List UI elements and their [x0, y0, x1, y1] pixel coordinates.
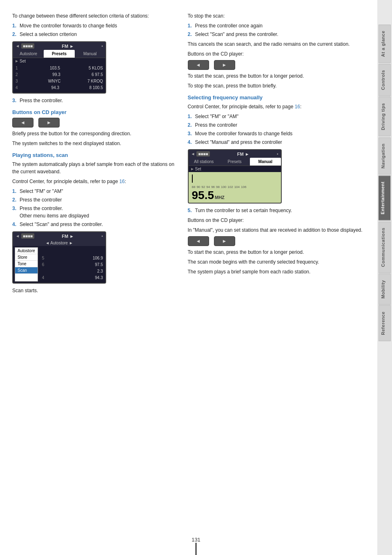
scan-screen-mockup: ◄ ■■■■ FM ► ▪ ◄ Autostore ► Autostore St…: [12, 231, 106, 284]
step3-text: Press the controller.: [20, 98, 63, 103]
left-step3-list: 3. Press the controller.: [12, 97, 176, 104]
scan-station-3: 2.3: [42, 268, 103, 275]
cd-buttons-left: ◄ ►: [12, 118, 176, 128]
screen1-tabs: Autostore Presets Manual: [13, 50, 105, 58]
scan-menu-autostore[interactable]: Autostore: [15, 248, 38, 254]
freq-set-arrow: ▶: [191, 167, 194, 171]
freq-number: 95.5: [192, 190, 214, 201]
scan-menu-tone[interactable]: Tone: [15, 261, 38, 267]
scan-station-list: 5 106.9 6 97.5 2.3 4 94.3: [40, 246, 105, 283]
freq-step3-num: 3.: [188, 130, 192, 137]
scan-menu-store[interactable]: Store: [15, 254, 38, 261]
cd-btn-left-1[interactable]: ◄: [12, 118, 33, 128]
scan-station-6: 6 97.5: [42, 262, 103, 268]
sidebar-tab-driving-tips[interactable]: Driving tips: [379, 97, 391, 137]
scan-band: ■■■■: [21, 233, 34, 239]
step1-text: Move the controller forwards to change f…: [20, 23, 117, 29]
scan-menu-scan[interactable]: Scan: [15, 267, 38, 274]
left-steps-list: 1. Move the controller forwards to chang…: [12, 22, 176, 38]
screen1-band: ■■■■: [21, 43, 34, 49]
stop-note1: This cancels the scan search, and the ra…: [188, 40, 369, 48]
freq-step3-text: Move the controller forwards to change f…: [195, 131, 293, 137]
scan-screen-top-bar: ◄ ■■■■ FM ► ▪: [13, 232, 105, 240]
freq-ref: Control Center, for principle details, r…: [188, 103, 369, 110]
step2-text: Select a selection criterion: [20, 31, 77, 37]
stop-step2-num: 2.: [188, 31, 192, 38]
freq-big-display: 95.5 MHZ: [192, 190, 278, 201]
stop-scan-title: To stop the scan:: [188, 12, 369, 20]
freq-fm: FM ►: [212, 152, 275, 157]
scan-heading: Playing stations, scan: [12, 152, 176, 158]
cd-btn-right-3[interactable]: ►: [214, 236, 235, 246]
step2-num: 2.: [12, 31, 16, 38]
buttons-cd-label2: Buttons on the CD player:: [188, 217, 369, 224]
freq-ref-link[interactable]: 16: [295, 104, 300, 110]
screen1-station-4: 4 94.3 8 100.5: [16, 85, 103, 91]
scan-signal: ▪: [101, 234, 103, 238]
freq-step-1: 1. Select "FM" or "AM": [188, 113, 369, 120]
scan-station-5: 5 106.9: [42, 255, 103, 262]
stop-steps-list: 1. Press the controller once again 2. Se…: [188, 22, 369, 38]
screen1-tab-presets[interactable]: Presets: [44, 50, 74, 58]
scan-step2-num: 2.: [12, 196, 16, 204]
scan-ref: Control Center, for principle details, r…: [12, 178, 176, 185]
freq-step-3: 3. Move the controller forwards to chang…: [188, 130, 369, 137]
cd-start-scan: To start the scan, press the button for …: [188, 72, 369, 80]
screen1-station-3: 3 WNYC 7 KROQ: [16, 78, 103, 85]
step1-num: 1.: [12, 22, 16, 29]
left-intro-text: To change between these different select…: [12, 12, 176, 20]
freq-screen-top-bar: ◄ ■■■■ FM ► ▪: [189, 150, 281, 158]
stop-step1-text: Press the controller once again: [195, 23, 263, 29]
freq-step2-num: 2.: [188, 121, 192, 129]
cd-btn-left-2[interactable]: ◄: [188, 60, 209, 70]
screen1-set-arrow: ▶: [16, 59, 18, 63]
freq-cursor: [192, 175, 193, 183]
scan-step-3: 3. Press the controller.Other menu items…: [12, 205, 176, 219]
screen1-set-label: Set: [20, 59, 26, 63]
scan-fm: FM ►: [36, 234, 100, 239]
scan-plays-note: The system plays a brief sample from eac…: [188, 268, 369, 275]
freq-screen-tabs: All stations Presets Manual: [189, 158, 281, 166]
freq-tab-all[interactable]: All stations: [189, 158, 219, 166]
screen-mockup-1: ◄ ■■■■ FM ► ▪ Autostore Presets Manual ▶…: [12, 41, 106, 94]
scan-ref-link[interactable]: 16: [119, 179, 125, 184]
sidebar-tab-entertainment[interactable]: Entertainment: [379, 175, 391, 220]
right-buttons-cd-label: Buttons on the CD player:: [188, 50, 369, 58]
sidebar-tab-reference[interactable]: Reference: [379, 305, 391, 341]
screen1-stations: 1 103.5 5 KLOS 2 99.3 6 97.5 3 WNYC 7 KR…: [13, 64, 105, 93]
left-column: To change between these different select…: [12, 12, 184, 547]
scan-step-2: 2. Press the controller: [12, 196, 176, 204]
scan-step3-text: Press the controller.Other menu items ar…: [20, 206, 89, 219]
sidebar-tab-communications[interactable]: Communications: [379, 222, 391, 273]
freq-step5-num: 5.: [188, 207, 192, 214]
sidebar-tab-at-a-glance[interactable]: At a glance: [379, 25, 391, 63]
screen1-tab-autostore[interactable]: Autostore: [13, 50, 44, 58]
right-column: To stop the scan: 1. Press the controlle…: [184, 12, 369, 547]
freq-set-label: Set: [195, 167, 201, 171]
sidebar-tab-controls[interactable]: Controls: [379, 64, 391, 96]
scan-starts-text: Scan starts.: [12, 287, 176, 294]
cd-btn-left-3[interactable]: ◄: [188, 236, 209, 246]
left-step-2: 2. Select a selection criterion: [12, 31, 176, 38]
scan-step2-text: Press the controller: [20, 197, 62, 203]
screen1-tab-manual[interactable]: Manual: [75, 50, 105, 58]
freq-heading: Selecting frequency manually: [188, 94, 369, 101]
sidebar-tab-mobility[interactable]: Mobility: [379, 274, 391, 305]
freq-tab-manual[interactable]: Manual: [250, 158, 281, 166]
freq-steps-list: 1. Select "FM" or "AM" 2. Press the cont…: [188, 113, 369, 146]
sidebar: At a glance Controls Driving tips Naviga…: [377, 0, 392, 555]
cd-stop-scan: To stop the scan, press the button brief…: [188, 82, 369, 90]
sidebar-tab-navigation[interactable]: Navigation: [379, 137, 391, 175]
scan-steps-list: 1. Select "FM" or "AM" 2. Press the cont…: [12, 188, 176, 228]
stop-step1-num: 1.: [188, 22, 192, 29]
screen1-left-arrow: ◄: [16, 44, 20, 48]
freq-tab-presets[interactable]: Presets: [219, 158, 250, 166]
cd-btn-right-1[interactable]: ►: [38, 118, 60, 128]
cd-btn-right-2[interactable]: ►: [214, 60, 235, 70]
freq-step5-list: 5. Turn the controller to set a certain …: [188, 207, 369, 214]
scan-step4-text: Select "Scan" and press the controller.: [20, 222, 103, 227]
screen1-fm: FM ►: [36, 44, 100, 49]
screen1-top-bar: ◄ ■■■■ FM ► ▪: [13, 42, 105, 50]
scan-step3-num: 3.: [12, 205, 16, 212]
stop-step2-text: Select "Scan" and press the controller.: [195, 31, 278, 37]
